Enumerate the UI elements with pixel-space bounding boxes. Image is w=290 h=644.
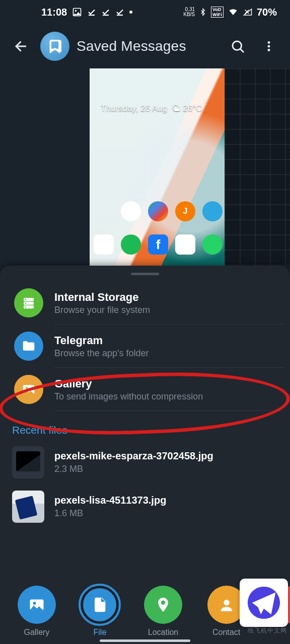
app-bar: Saved Messages: [0, 24, 290, 68]
file-size: 1.6 MB: [54, 508, 166, 519]
file-name: pexels-lisa-4511373.jpg: [54, 495, 166, 506]
folder-icon: [14, 332, 43, 361]
bluetooth-icon: [199, 7, 207, 17]
file-icon: [81, 586, 119, 624]
recent-files-header: Recent files: [0, 411, 290, 441]
attach-label: Contact: [212, 628, 240, 637]
source-telegram[interactable]: Telegram Browse the app's folder: [0, 325, 290, 368]
search-button[interactable]: [226, 34, 250, 58]
storage-icon: [14, 288, 43, 317]
file-size: 2.3 MB: [54, 464, 213, 474]
recent-file-item[interactable]: pexels-mike-esparza-3702458.jpg 2.3 MB: [0, 441, 290, 486]
svg-point-1: [75, 10, 77, 12]
svg-point-6: [268, 41, 270, 44]
telegram-icon: [202, 201, 223, 221]
app-grid-thumb: [225, 68, 290, 266]
app-icon: [121, 201, 141, 221]
svg-point-13: [25, 302, 27, 304]
wifi-icon: [228, 8, 239, 17]
youtube-icon: [94, 234, 114, 255]
vowifi-badge: VoD WiFiVoDWiFi: [211, 7, 224, 18]
whatsapp-icon: [202, 234, 223, 255]
source-title: Telegram: [54, 334, 149, 347]
promo-badge: [240, 579, 288, 627]
wallpaper-overlay: Thursday, 26 Aug 🌤 26°C: [101, 104, 202, 114]
attach-location[interactable]: Location: [135, 586, 191, 637]
source-subtitle: To send images without compression: [54, 391, 203, 402]
svg-point-20: [224, 600, 229, 605]
nav-indicator[interactable]: [100, 639, 190, 642]
attach-label: Location: [148, 628, 179, 637]
svg-point-16: [26, 387, 28, 389]
spotify-icon: [121, 234, 141, 255]
gallery-icon: [14, 375, 43, 404]
gallery-icon: [18, 586, 56, 624]
more-button[interactable]: [257, 34, 281, 58]
play-store-icon: [175, 234, 195, 255]
attach-label: Gallery: [24, 628, 49, 637]
status-bar: 11:08 0.31KB/S VoD WiFiVoDWiFi 70%: [0, 0, 290, 24]
attach-file[interactable]: File: [71, 586, 128, 637]
svg-point-7: [268, 45, 270, 48]
source-gallery[interactable]: Gallery To send images without compressi…: [0, 368, 290, 411]
file-thumbnail: [12, 491, 44, 523]
file-name: pexels-mike-esparza-3702458.jpg: [54, 450, 213, 462]
source-internal-storage[interactable]: Internal Storage Browse your file system: [0, 281, 290, 325]
check-icon: [101, 8, 110, 17]
svg-point-19: [161, 601, 166, 605]
recent-file-item[interactable]: pexels-lisa-4511373.jpg 1.6 MB: [0, 486, 290, 530]
signal-icon: [243, 8, 253, 17]
source-title: Gallery: [54, 377, 203, 390]
svg-point-18: [33, 602, 36, 605]
dot-icon: [129, 11, 132, 14]
chat-media-preview[interactable]: Thursday, 26 Aug 🌤 26°C J f: [90, 68, 290, 266]
source-title: Internal Storage: [54, 291, 150, 304]
source-subtitle: Browse the app's folder: [54, 348, 149, 359]
svg-point-14: [25, 306, 27, 308]
net-rate: 0.31KB/S: [183, 7, 195, 17]
promo-caption: 纸飞机中文网: [248, 626, 287, 635]
source-subtitle: Browse your file system: [54, 305, 150, 315]
image-icon: [72, 7, 82, 17]
location-icon: [144, 586, 182, 624]
status-time: 11:08: [41, 7, 67, 18]
check-icon: [87, 8, 96, 17]
attach-gallery[interactable]: Gallery: [9, 586, 65, 637]
chat-avatar[interactable]: [40, 32, 69, 61]
sheet-handle[interactable]: [131, 273, 159, 275]
back-button[interactable]: [9, 34, 33, 58]
check-icon: [115, 8, 124, 17]
app-icon: [148, 201, 168, 221]
page-title: Saved Messages: [77, 38, 219, 54]
attach-label: File: [94, 628, 107, 637]
battery-text: 70%: [257, 7, 277, 18]
svg-point-8: [268, 49, 270, 51]
file-thumbnail: [12, 446, 44, 478]
svg-point-12: [25, 299, 27, 300]
file-source-list: Internal Storage Browse your file system…: [0, 278, 290, 411]
